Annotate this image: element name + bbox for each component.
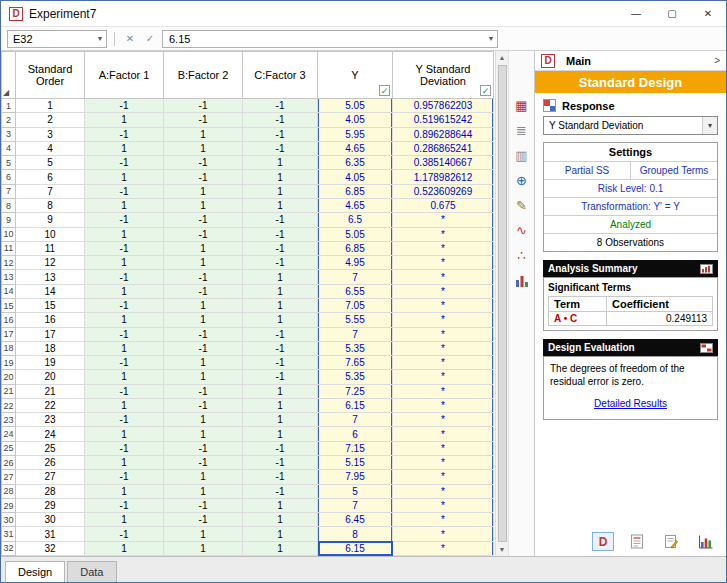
row-header[interactable]: 5 [2,156,16,170]
cell-factor-a[interactable]: -1 [85,298,164,312]
cell-standard-order[interactable]: 6 [16,170,85,184]
row-header[interactable]: 26 [2,456,16,470]
cell-y[interactable]: 6.55 [318,284,393,298]
cell-factor-a[interactable]: 1 [85,170,164,184]
cell-y-std-dev[interactable]: * [393,413,494,427]
cell-factor-b[interactable]: -1 [164,284,243,298]
cell-factor-a[interactable]: -1 [85,356,164,370]
column-header-standard-order[interactable]: Standard Order [16,52,85,99]
cell-y-std-dev[interactable]: * [393,541,494,555]
cell-standard-order[interactable]: 25 [16,441,85,455]
minimize-button[interactable]: — [618,1,654,26]
cell-factor-c[interactable]: 1 [243,527,318,541]
cell-standard-order[interactable]: 21 [16,384,85,398]
row-header[interactable]: 13 [2,270,16,284]
cell-standard-order[interactable]: 18 [16,341,85,355]
cell-standard-order[interactable]: 24 [16,427,85,441]
cell-y-std-dev[interactable]: 0.519615242 [393,113,494,127]
cell-y[interactable]: 6.15 [318,541,393,555]
cell-factor-b[interactable]: -1 [164,227,243,241]
cell-factor-a[interactable]: -1 [85,327,164,341]
cell-factor-b[interactable]: -1 [164,327,243,341]
chevron-down-icon[interactable]: ▾ [94,34,106,43]
row-header[interactable]: 14 [2,284,16,298]
column-header-y-std-dev[interactable]: Y Standard Deviation ✓ [393,52,494,99]
cell-standard-order[interactable]: 30 [16,513,85,527]
cell-y[interactable]: 6.15 [318,398,393,412]
cell-y[interactable]: 5.35 [318,341,393,355]
cell-factor-a[interactable]: 1 [85,284,164,298]
row-header[interactable]: 28 [2,484,16,498]
cell-factor-a[interactable]: -1 [85,470,164,484]
cell-factor-c[interactable]: -1 [243,470,318,484]
cell-y-std-dev[interactable]: * [393,470,494,484]
report-view-tab[interactable] [626,532,648,551]
cell-standard-order[interactable]: 28 [16,484,85,498]
cell-y-std-dev[interactable]: * [393,498,494,512]
cell-standard-order[interactable]: 9 [16,213,85,227]
cell-y-std-dev[interactable]: * [393,398,494,412]
cell-y-std-dev[interactable]: * [393,356,494,370]
partial-ss-link[interactable]: Partial SS [544,162,630,179]
cell-factor-b[interactable]: 1 [164,541,243,555]
cell-factor-b[interactable]: -1 [164,513,243,527]
cell-factor-b[interactable]: -1 [164,441,243,455]
cell-factor-a[interactable]: -1 [85,384,164,398]
cell-standard-order[interactable]: 7 [16,184,85,198]
cell-factor-c[interactable]: 1 [243,541,318,555]
cell-y[interactable]: 6.85 [318,184,393,198]
cell-standard-order[interactable]: 4 [16,141,85,155]
cell-factor-b[interactable]: -1 [164,170,243,184]
tab-data[interactable]: Data [67,561,116,582]
cell-factor-c[interactable]: -1 [243,99,318,113]
row-header[interactable]: 30 [2,513,16,527]
row-header[interactable]: 24 [2,427,16,441]
response-check-icon[interactable]: ✓ [379,85,390,96]
cell-y[interactable]: 4.05 [318,170,393,184]
cell-factor-b[interactable]: -1 [164,384,243,398]
row-header[interactable]: 15 [2,298,16,312]
cell-y[interactable]: 7.95 [318,470,393,484]
evaluation-icon[interactable]: ⊕ [513,172,531,188]
column-header-factor-b[interactable]: B:Factor 2 [164,52,243,99]
cell-y[interactable]: 7.25 [318,384,393,398]
chevron-down-icon[interactable]: ▾ [702,117,717,134]
cell-y-std-dev[interactable]: * [393,241,494,255]
cell-y-std-dev[interactable]: * [393,441,494,455]
cell-factor-a[interactable]: 1 [85,141,164,155]
row-header[interactable]: 1 [2,99,16,113]
cell-y[interactable]: 5.05 [318,227,393,241]
scroll-down-icon[interactable]: ▼ [496,543,508,556]
cell-factor-b[interactable]: 1 [164,256,243,270]
cell-y-std-dev[interactable]: * [393,327,494,341]
cell-factor-a[interactable]: -1 [85,156,164,170]
row-header[interactable]: 29 [2,498,16,512]
cell-y-std-dev[interactable]: 0.385140667 [393,156,494,170]
cell-y[interactable]: 7.15 [318,441,393,455]
cell-y-std-dev[interactable]: * [393,427,494,441]
cell-factor-c[interactable]: -1 [243,327,318,341]
row-header[interactable]: 6 [2,170,16,184]
cell-y[interactable]: 7 [318,327,393,341]
summary-icon[interactable]: ≣ [513,122,531,138]
cell-y-std-dev[interactable]: * [393,298,494,312]
cell-factor-b[interactable]: -1 [164,99,243,113]
cell-y-std-dev[interactable]: 0.957862203 [393,99,494,113]
cell-factor-c[interactable]: -1 [243,141,318,155]
cell-y[interactable]: 5.05 [318,99,393,113]
column-header-factor-c[interactable]: C:Factor 3 [243,52,318,99]
cell-factor-a[interactable]: 1 [85,541,164,555]
cell-factor-c[interactable]: -1 [243,370,318,384]
cell-factor-c[interactable]: 1 [243,298,318,312]
cell-y[interactable]: 6.35 [318,156,393,170]
cell-standard-order[interactable]: 32 [16,541,85,555]
tab-design[interactable]: Design [5,561,65,582]
cell-factor-c[interactable]: -1 [243,256,318,270]
cell-standard-order[interactable]: 16 [16,313,85,327]
cell-standard-order[interactable]: 1 [16,99,85,113]
notes-icon[interactable]: ✎ [513,197,531,213]
cell-factor-a[interactable]: 1 [85,370,164,384]
row-header[interactable]: 10 [2,227,16,241]
cell-factor-b[interactable]: 1 [164,356,243,370]
scrollbar-thumb[interactable] [498,65,507,542]
